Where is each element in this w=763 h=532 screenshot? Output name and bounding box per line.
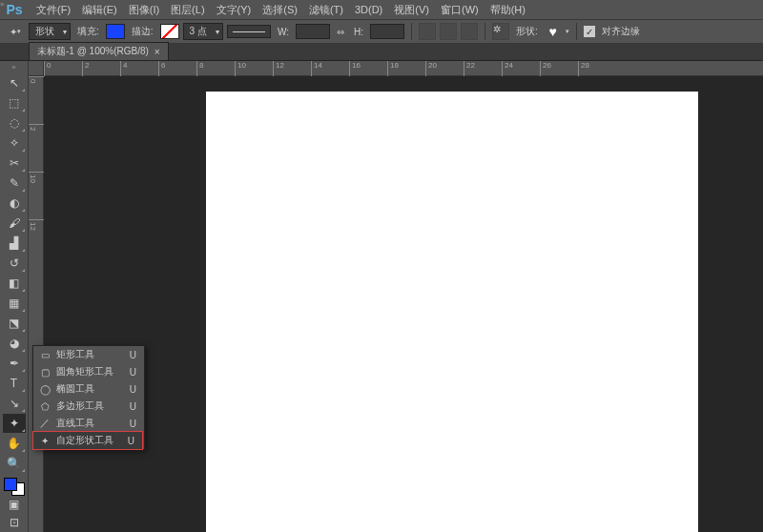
flyout-item[interactable]: ／直线工具U — [33, 415, 144, 432]
menu-file[interactable]: 文件(F) — [31, 3, 76, 17]
fill-swatch[interactable] — [106, 24, 125, 39]
align-edges-label: 对齐边缘 — [602, 25, 640, 38]
shortcut-key: U — [130, 419, 136, 429]
flyout-item[interactable]: ▭矩形工具U — [33, 346, 144, 363]
shape-icon: ⬠ — [39, 400, 51, 412]
tool-custom-shape[interactable]: ✦ — [3, 414, 26, 433]
quick-mask-icon[interactable]: ▣ — [3, 496, 26, 513]
menu-select[interactable]: 选择(S) — [257, 3, 303, 17]
separator — [485, 23, 485, 40]
shortcut-key: U — [130, 384, 136, 395]
tool-dodge[interactable]: ◕ — [3, 334, 26, 353]
flyout-label: 椭圆工具 — [56, 382, 94, 396]
menu-image[interactable]: 图像(I) — [123, 3, 165, 17]
expand-icon[interactable]: » — [0, 0, 8, 11]
options-bar: ✦▾ 形状 填充: 描边: 3 点 W: ⇔ H: ✲ 形状: ♥ ▾ ✓ 对齐… — [0, 19, 763, 44]
align-edges-checkbox[interactable]: ✓ — [584, 26, 595, 37]
vertical-ruler[interactable]: 021012 — [29, 76, 44, 532]
flyout-label: 自定形状工具 — [56, 434, 113, 447]
tab-close-icon[interactable]: × — [155, 47, 160, 57]
shortcut-key: U — [130, 367, 136, 378]
separator — [576, 23, 577, 40]
flyout-label: 矩形工具 — [56, 348, 94, 361]
menu-layer[interactable]: 图层(L) — [165, 3, 210, 17]
flyout-item[interactable]: ⬠多边形工具U — [33, 398, 144, 415]
tool-lasso[interactable]: ◌ — [3, 113, 26, 133]
shortcut-key: U — [130, 350, 136, 360]
tool-gradient[interactable]: ▦ — [3, 294, 26, 313]
shape-mode-dropdown[interactable]: 形状 — [29, 23, 71, 40]
toolbar-expand-icon[interactable]: » — [3, 63, 26, 73]
menu-help[interactable]: 帮助(H) — [485, 3, 531, 17]
path-operations-icon[interactable] — [419, 23, 436, 40]
path-arrangement-icon[interactable] — [461, 23, 478, 40]
tool-zoom[interactable]: 🔍 — [3, 454, 26, 473]
tool-path-select[interactable]: ↘ — [3, 394, 26, 413]
shape-icon: ／ — [39, 418, 51, 429]
tool-crop[interactable]: ✂ — [3, 153, 26, 173]
menu-filter[interactable]: 滤镜(T) — [303, 3, 349, 17]
width-input[interactable] — [296, 24, 330, 39]
shape-icon: ✦ — [39, 435, 51, 446]
ruler-origin[interactable] — [29, 61, 44, 76]
shape-label: 形状: — [516, 25, 538, 38]
document-canvas[interactable] — [206, 92, 698, 532]
path-alignment-icon[interactable] — [440, 23, 457, 40]
tool-magic-wand[interactable]: ✧ — [3, 133, 26, 153]
tools-panel: » ↖⬚◌✧✂✎◐🖌▟↺◧▦⬔◕✒T↘✦✋🔍 ▣ ⊡ — [0, 61, 29, 532]
flyout-label: 直线工具 — [56, 417, 94, 430]
tool-pen[interactable]: ✒ — [3, 354, 26, 373]
tool-brush[interactable]: 🖌 — [3, 214, 26, 233]
tool-eyedropper[interactable]: ✎ — [3, 174, 26, 193]
menu-type[interactable]: 文字(Y) — [211, 3, 258, 17]
separator — [411, 23, 412, 40]
stroke-swatch[interactable] — [160, 24, 179, 39]
workspace: » ↖⬚◌✧✂✎◐🖌▟↺◧▦⬔◕✒T↘✦✋🔍 ▣ ⊡ 0246810121416… — [0, 61, 763, 532]
fill-label: 填充: — [77, 25, 99, 38]
screen-mode-icon[interactable]: ⊡ — [3, 514, 26, 531]
tab-title: 未标题-1 @ 100%(RGB/8) — [37, 45, 149, 58]
shortcut-key: U — [128, 436, 134, 446]
stroke-style-dropdown[interactable] — [227, 25, 271, 38]
shape-icon: ▢ — [39, 366, 51, 378]
flyout-item[interactable]: ✦自定形状工具U — [32, 431, 143, 450]
menu-bar: Ps 文件(F) 编辑(E) 图像(I) 图层(L) 文字(Y) 选择(S) 滤… — [0, 0, 763, 19]
menu-edit[interactable]: 编辑(E) — [76, 3, 123, 17]
tool-move[interactable]: ↖ — [3, 73, 26, 92]
tool-preset-icon[interactable]: ✦▾ — [6, 22, 25, 41]
flyout-item[interactable]: ▢圆角矩形工具U — [33, 363, 144, 380]
stroke-width-dropdown[interactable]: 3 点 — [183, 23, 223, 40]
tool-marquee[interactable]: ⬚ — [3, 93, 26, 113]
tool-history-brush[interactable]: ↺ — [3, 254, 26, 273]
menu-window[interactable]: 窗口(W) — [435, 3, 485, 17]
height-input[interactable] — [370, 24, 404, 39]
document-tab-bar: » 未标题-1 @ 100%(RGB/8) × — [0, 44, 763, 61]
height-label: H: — [354, 27, 363, 37]
document-tab[interactable]: 未标题-1 @ 100%(RGB/8) × — [29, 42, 169, 60]
tool-hand[interactable]: ✋ — [3, 434, 26, 453]
menu-view[interactable]: 视图(V) — [388, 3, 435, 17]
horizontal-ruler[interactable]: 0246810121416182022242628 — [44, 61, 763, 76]
tool-blur[interactable]: ⬔ — [3, 314, 26, 333]
link-wh-icon[interactable]: ⇔ — [337, 27, 344, 37]
color-swatches[interactable] — [4, 478, 25, 497]
canvas-area: 0246810121416182022242628 021012 — [29, 61, 763, 532]
shortcut-key: U — [130, 401, 136, 412]
flyout-label: 多边形工具 — [56, 399, 104, 413]
tool-spot-heal[interactable]: ◐ — [3, 194, 26, 213]
width-label: W: — [278, 27, 289, 37]
flyout-item[interactable]: ◯椭圆工具U — [33, 380, 144, 398]
shape-icon: ◯ — [39, 383, 51, 395]
flyout-label: 圆角矩形工具 — [56, 365, 113, 379]
tool-clone[interactable]: ▟ — [3, 234, 26, 253]
settings-icon[interactable]: ✲ — [492, 23, 509, 40]
shape-picker-heart-icon[interactable]: ♥ — [545, 24, 562, 39]
shape-icon: ▭ — [39, 349, 51, 360]
menu-3d[interactable]: 3D(D) — [349, 4, 388, 15]
stroke-label: 描边: — [132, 25, 154, 38]
tool-eraser[interactable]: ◧ — [3, 274, 26, 293]
foreground-color[interactable] — [4, 478, 17, 491]
tool-type[interactable]: T — [3, 374, 26, 393]
shape-tool-flyout: ▭矩形工具U▢圆角矩形工具U◯椭圆工具U⬠多边形工具U／直线工具U✦自定形状工具… — [32, 345, 145, 450]
